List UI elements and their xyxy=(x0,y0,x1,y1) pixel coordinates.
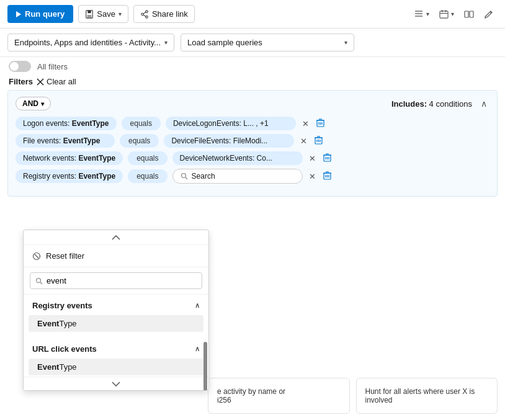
scroll-up-button[interactable] xyxy=(24,230,208,245)
svg-line-7 xyxy=(143,14,146,16)
save-button[interactable]: Save ▾ xyxy=(78,5,128,23)
registry-eventtype-item[interactable]: EventType xyxy=(29,315,203,332)
columns-icon xyxy=(464,9,474,19)
condition-field-2[interactable]: File events: EventType xyxy=(16,134,115,148)
list-view-button[interactable]: ▾ xyxy=(410,7,433,21)
svg-line-39 xyxy=(185,177,187,179)
list-icon xyxy=(414,10,424,19)
svg-rect-16 xyxy=(470,11,473,17)
clear-all-button[interactable]: Clear all xyxy=(37,77,76,86)
svg-rect-2 xyxy=(87,14,92,17)
svg-rect-15 xyxy=(465,11,468,17)
condition-value-2[interactable]: DeviceFileEvents: FileModi... xyxy=(164,134,294,148)
play-icon xyxy=(16,11,21,17)
calendar-button[interactable]: ▾ xyxy=(436,7,458,21)
hint-card-2-text: Hunt for all alerts where user X is invo… xyxy=(365,387,475,404)
svg-line-49 xyxy=(40,282,42,284)
section-registry-events: Registry events ∧ xyxy=(24,295,208,314)
condition-value-2-label: DeviceFileEvents: FileModi... xyxy=(171,136,267,145)
svg-line-47 xyxy=(35,254,38,258)
includes-text: Includes: 4 conditions xyxy=(391,99,472,109)
and-chevron-icon: ▾ xyxy=(41,101,44,107)
all-filters-label: All filters xyxy=(37,62,68,71)
condition-close-4[interactable]: ✕ xyxy=(308,171,317,182)
condition-op-2[interactable]: equals xyxy=(120,134,159,148)
hint-card-2: Hunt for all alerts where user X is invo… xyxy=(356,378,498,414)
condition-delete-2[interactable] xyxy=(313,135,324,148)
svg-point-3 xyxy=(146,10,148,12)
condition-value-3[interactable]: DeviceNetworkEvents: Co... xyxy=(172,151,303,165)
svg-point-48 xyxy=(37,278,41,282)
collapse-button[interactable]: ∧ xyxy=(478,97,489,110)
scroll-down-button[interactable] xyxy=(24,377,208,390)
popup-scrollbar-thumb[interactable] xyxy=(203,342,207,391)
save-label: Save xyxy=(97,9,115,19)
svg-point-5 xyxy=(141,13,144,16)
svg-rect-1 xyxy=(88,10,91,12)
load-sample-label: Load sample queries xyxy=(187,38,262,47)
filters-label: Filters xyxy=(9,77,33,86)
search-box[interactable] xyxy=(30,272,202,289)
condition-op-3-label: equals xyxy=(136,154,158,163)
condition-close-3[interactable]: ✕ xyxy=(308,153,317,164)
popup-search-input[interactable] xyxy=(47,276,197,285)
condition-row: Network events: EventType equals DeviceN… xyxy=(16,151,489,165)
hint-card-1-text: e activity by name ori256 xyxy=(217,387,285,404)
condition-op-1-label: equals xyxy=(130,119,152,128)
search-icon xyxy=(35,277,43,285)
endpoint-dropdown-label: Endpoints, Apps and identities - Activit… xyxy=(14,38,161,47)
load-sample-chevron: ▾ xyxy=(344,39,347,46)
registry-events-chevron-icon[interactable]: ∧ xyxy=(195,302,200,310)
section-url-click-events: URL click events ∧ xyxy=(24,338,208,357)
run-query-button[interactable]: Run query xyxy=(7,5,73,23)
scroll-up-icon xyxy=(112,235,120,240)
calendar-icon xyxy=(439,9,449,19)
url-events-chevron-icon[interactable]: ∧ xyxy=(195,345,200,353)
reset-filter-label: Reset filter xyxy=(46,251,84,261)
condition-op-4-label: equals xyxy=(136,172,158,181)
columns-button[interactable] xyxy=(460,7,478,22)
reset-filter-button[interactable]: Reset filter xyxy=(24,245,208,267)
url-click-events-label: URL click events xyxy=(32,344,97,354)
trash-icon xyxy=(315,136,323,145)
svg-rect-11 xyxy=(440,11,448,18)
condition-close-2[interactable]: ✕ xyxy=(299,135,308,147)
dropdown-popup: Reset filter Registry events ∧ EventType… xyxy=(23,230,209,391)
trash-icon xyxy=(316,118,324,127)
condition-value-1-label: DeviceLogonEvents: L... , +1 xyxy=(173,119,269,128)
condition-delete-3[interactable] xyxy=(322,152,333,165)
filters-actions: Filters Clear all xyxy=(0,76,505,90)
all-filters-toggle[interactable] xyxy=(9,61,31,72)
query-bar: Endpoints, Apps and identities - Activit… xyxy=(0,29,505,57)
share-link-label: Share link xyxy=(152,9,188,19)
save-chevron-icon: ▾ xyxy=(118,11,122,17)
condition-close-1[interactable]: ✕ xyxy=(301,118,310,130)
condition-op-3[interactable]: equals xyxy=(128,151,167,165)
condition-field-4[interactable]: Registry events: EventType xyxy=(16,169,123,183)
condition-field-3[interactable]: Network events: EventType xyxy=(16,151,123,165)
popup-scroll-area[interactable]: Registry events ∧ EventType URL click ev… xyxy=(24,295,208,377)
condition-field-1[interactable]: Logon events: EventType xyxy=(16,117,117,130)
save-icon xyxy=(85,10,94,19)
svg-line-6 xyxy=(143,12,146,14)
and-button[interactable]: AND ▾ xyxy=(16,97,51,110)
scroll-down-icon xyxy=(112,382,120,386)
search-value-label: Search xyxy=(192,172,215,181)
condition-op-4[interactable]: equals xyxy=(128,169,167,183)
includes-label: Includes: xyxy=(391,99,427,109)
endpoint-dropdown[interactable]: Endpoints, Apps and identities - Activit… xyxy=(7,34,174,51)
condition-search-field[interactable]: Search xyxy=(172,169,303,184)
search-icon-inline xyxy=(181,172,188,180)
url-eventtype-item[interactable]: EventType xyxy=(29,359,203,375)
reset-filter-icon xyxy=(32,252,41,261)
condition-op-1[interactable]: equals xyxy=(122,117,161,130)
registry-item-bold: Event xyxy=(37,319,59,328)
more-options-button[interactable] xyxy=(480,7,498,22)
load-sample-dropdown[interactable]: Load sample queries ▾ xyxy=(181,34,354,51)
condition-delete-4[interactable] xyxy=(322,170,333,183)
condition-delete-1[interactable] xyxy=(315,117,326,130)
trash-icon xyxy=(323,171,331,180)
endpoint-dropdown-chevron: ▾ xyxy=(164,39,168,46)
share-link-button[interactable]: Share link xyxy=(133,5,195,23)
condition-value-1[interactable]: DeviceLogonEvents: L... , +1 xyxy=(166,117,296,130)
